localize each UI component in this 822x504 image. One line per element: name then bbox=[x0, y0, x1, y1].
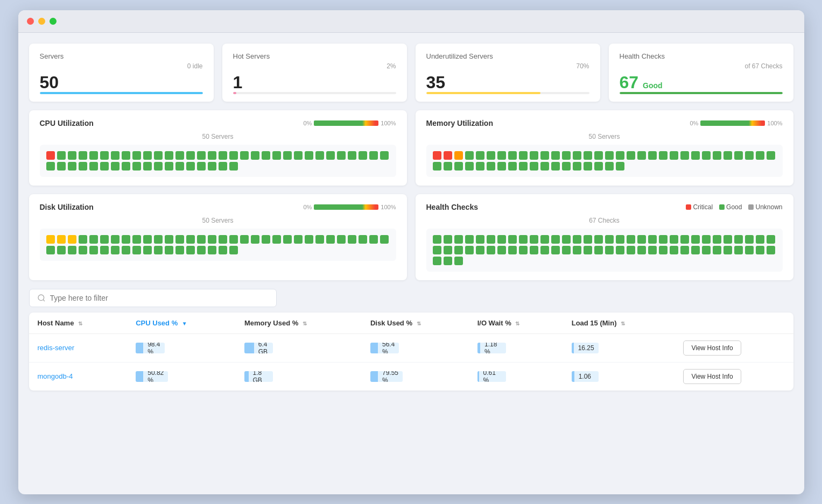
server-dot[interactable] bbox=[251, 151, 259, 160]
server-dot[interactable] bbox=[756, 246, 764, 254]
server-dot[interactable] bbox=[57, 246, 66, 254]
server-dot[interactable] bbox=[540, 151, 549, 160]
server-dot[interactable] bbox=[454, 151, 463, 160]
server-dot[interactable] bbox=[143, 162, 152, 171]
filter-input-wrap[interactable] bbox=[29, 289, 277, 307]
server-dot[interactable] bbox=[584, 235, 592, 244]
server-dot[interactable] bbox=[57, 235, 66, 244]
server-dot[interactable] bbox=[465, 246, 474, 254]
server-dot[interactable] bbox=[530, 151, 538, 160]
server-dot[interactable] bbox=[305, 151, 313, 160]
server-dot[interactable] bbox=[132, 162, 141, 171]
server-dot[interactable] bbox=[444, 151, 452, 160]
server-dot[interactable] bbox=[573, 162, 581, 171]
server-dot[interactable] bbox=[487, 151, 495, 160]
server-dot[interactable] bbox=[240, 235, 249, 244]
server-dot[interactable] bbox=[508, 162, 517, 171]
col-memory[interactable]: Memory Used % ⇅ bbox=[236, 313, 362, 334]
server-dot[interactable] bbox=[433, 257, 441, 265]
server-dot[interactable] bbox=[154, 246, 163, 254]
server-dot[interactable] bbox=[272, 235, 281, 244]
server-dot[interactable] bbox=[637, 151, 646, 160]
server-dot[interactable] bbox=[767, 235, 775, 244]
server-dot[interactable] bbox=[165, 151, 173, 160]
server-dot[interactable] bbox=[659, 246, 668, 254]
server-dot[interactable] bbox=[476, 162, 484, 171]
server-dot[interactable] bbox=[154, 151, 163, 160]
server-dot[interactable] bbox=[562, 246, 571, 254]
server-dot[interactable] bbox=[359, 151, 367, 160]
server-dot[interactable] bbox=[122, 235, 130, 244]
server-dot[interactable] bbox=[476, 246, 484, 254]
server-dot[interactable] bbox=[508, 151, 517, 160]
server-dot[interactable] bbox=[616, 246, 624, 254]
server-dot[interactable] bbox=[713, 235, 721, 244]
server-dot[interactable] bbox=[508, 235, 517, 244]
server-dot[interactable] bbox=[262, 235, 270, 244]
server-dot[interactable] bbox=[132, 235, 141, 244]
server-dot[interactable] bbox=[648, 235, 657, 244]
server-dot[interactable] bbox=[46, 246, 55, 254]
server-dot[interactable] bbox=[46, 162, 55, 171]
server-dot[interactable] bbox=[519, 235, 528, 244]
server-dot[interactable] bbox=[616, 235, 624, 244]
server-dot[interactable] bbox=[433, 235, 441, 244]
server-dot[interactable] bbox=[240, 151, 249, 160]
server-dot[interactable] bbox=[57, 151, 66, 160]
server-dot[interactable] bbox=[713, 151, 721, 160]
server-dot[interactable] bbox=[229, 151, 238, 160]
server-dot[interactable] bbox=[46, 151, 55, 160]
server-dot[interactable] bbox=[175, 235, 184, 244]
server-dot[interactable] bbox=[175, 162, 184, 171]
server-dot[interactable] bbox=[89, 246, 98, 254]
server-dot[interactable] bbox=[444, 257, 452, 265]
server-dot[interactable] bbox=[605, 162, 614, 171]
server-dot[interactable] bbox=[46, 235, 55, 244]
server-dot[interactable] bbox=[745, 246, 754, 254]
server-dot[interactable] bbox=[573, 246, 581, 254]
server-dot[interactable] bbox=[616, 162, 624, 171]
server-dot[interactable] bbox=[122, 162, 130, 171]
server-dot[interactable] bbox=[723, 151, 732, 160]
server-dot[interactable] bbox=[251, 235, 259, 244]
server-dot[interactable] bbox=[454, 246, 463, 254]
server-dot[interactable] bbox=[702, 151, 711, 160]
server-dot[interactable] bbox=[584, 151, 592, 160]
server-dot[interactable] bbox=[745, 235, 754, 244]
minimize-button[interactable] bbox=[38, 18, 45, 25]
server-dot[interactable] bbox=[143, 235, 152, 244]
server-dot[interactable] bbox=[208, 235, 216, 244]
server-dot[interactable] bbox=[497, 235, 506, 244]
server-dot[interactable] bbox=[79, 246, 87, 254]
server-dot[interactable] bbox=[497, 162, 506, 171]
server-dot[interactable] bbox=[702, 246, 711, 254]
server-dot[interactable] bbox=[143, 246, 152, 254]
server-dot[interactable] bbox=[143, 151, 152, 160]
server-dot[interactable] bbox=[369, 235, 378, 244]
server-dot[interactable] bbox=[605, 246, 614, 254]
server-dot[interactable] bbox=[584, 162, 592, 171]
server-dot[interactable] bbox=[111, 151, 120, 160]
server-dot[interactable] bbox=[734, 151, 743, 160]
server-dot[interactable] bbox=[465, 235, 474, 244]
server-dot[interactable] bbox=[111, 162, 120, 171]
server-dot[interactable] bbox=[540, 235, 549, 244]
server-dot[interactable] bbox=[79, 162, 87, 171]
server-dot[interactable] bbox=[627, 151, 635, 160]
server-dot[interactable] bbox=[79, 151, 87, 160]
server-dot[interactable] bbox=[659, 151, 668, 160]
col-load15[interactable]: Load 15 (Min) ⇅ bbox=[563, 313, 675, 334]
server-dot[interactable] bbox=[680, 235, 689, 244]
server-dot[interactable] bbox=[594, 162, 603, 171]
server-dot[interactable] bbox=[444, 162, 452, 171]
server-dot[interactable] bbox=[562, 235, 571, 244]
filter-input[interactable] bbox=[50, 294, 269, 302]
server-dot[interactable] bbox=[294, 151, 303, 160]
server-dot[interactable] bbox=[68, 162, 76, 171]
server-dot[interactable] bbox=[734, 246, 743, 254]
server-dot[interactable] bbox=[79, 235, 87, 244]
server-dot[interactable] bbox=[294, 235, 303, 244]
server-dot[interactable] bbox=[229, 162, 238, 171]
server-dot[interactable] bbox=[100, 162, 109, 171]
server-dot[interactable] bbox=[219, 246, 227, 254]
